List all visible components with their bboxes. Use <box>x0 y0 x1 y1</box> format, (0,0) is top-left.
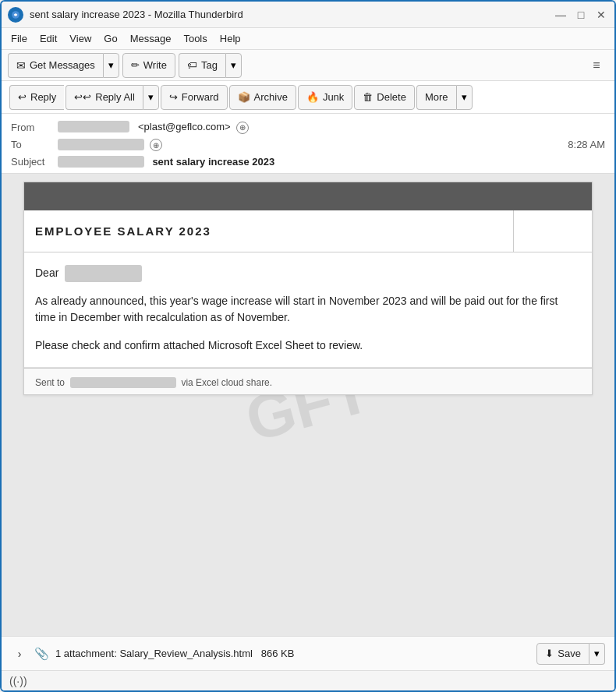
menu-message[interactable]: Message <box>124 30 178 47</box>
attachment-info: 1 attachment: Salary_Review_Analysis.htm… <box>55 648 530 659</box>
to-row: To ████████████ ⊕ 8:28 AM <box>11 136 605 154</box>
save-button[interactable]: ⬇ Save <box>536 643 589 665</box>
tag-dropdown[interactable]: ▾ <box>225 53 242 78</box>
envelope-icon: ✉ <box>16 59 26 72</box>
email-dark-header <box>24 182 592 210</box>
email-content: EMPLOYEE SALARY 2023 Dear ██████████ As … <box>23 182 593 395</box>
get-messages-button[interactable]: ✉ Get Messages <box>8 53 103 78</box>
junk-icon: 🔥 <box>306 91 319 103</box>
tag-button[interactable]: 🏷 Tag <box>179 53 225 78</box>
from-value: ██████████ <plast@geflco.com> ⊕ <box>58 121 605 134</box>
tag-group: 🏷 Tag ▾ <box>179 53 242 78</box>
hamburger-menu[interactable]: ≡ <box>585 54 608 77</box>
subject-text: sent salary increase 2023 <box>152 156 274 168</box>
pencil-icon: ✏ <box>131 59 140 71</box>
to-label: To <box>11 139 58 150</box>
email-time: 8:28 AM <box>568 139 605 150</box>
email-body-text: Dear ██████████ As already announced, th… <box>24 252 592 368</box>
reply-all-dropdown[interactable]: ▾ <box>143 85 159 110</box>
more-button[interactable]: More <box>416 85 456 110</box>
forward-button[interactable]: ↪ Forward <box>161 85 228 110</box>
email-body-container: GFT EMPLOYEE SALARY 2023 Dear ██████████… <box>2 174 614 636</box>
menu-file[interactable]: File <box>5 30 34 47</box>
window-title: sent salary increase 2023 - Mozilla Thun… <box>30 9 554 20</box>
attachment-expand-button[interactable]: › <box>11 645 28 662</box>
close-button[interactable]: ✕ <box>594 8 608 22</box>
sent-to-footer: Sent to ████████████████ via Excel cloud… <box>24 371 592 394</box>
archive-button[interactable]: 📦 Archive <box>229 85 296 110</box>
minimize-button[interactable]: — <box>554 8 568 22</box>
get-messages-dropdown[interactable]: ▾ <box>103 53 119 78</box>
action-bar: ↩ Reply ↩↩ Reply All ▾ ↪ Forward 📦 Archi… <box>2 81 614 114</box>
get-messages-group: ✉ Get Messages ▾ <box>8 53 119 78</box>
window-controls: — □ ✕ <box>554 8 608 22</box>
body-paragraph-1: As already announced, this year's wage i… <box>35 293 581 327</box>
delete-button[interactable]: 🗑 Delete <box>354 85 415 110</box>
menu-help[interactable]: Help <box>214 30 247 47</box>
subject-label: Subject <box>11 156 58 168</box>
status-icon: ((·)) <box>9 675 27 687</box>
more-dropdown[interactable]: ▾ <box>456 85 473 110</box>
from-email: <plast@geflco.com> <box>138 121 231 132</box>
reply-all-icon: ↩↩ <box>74 91 91 103</box>
menu-bar: File Edit View Go Message Tools Help <box>2 28 614 50</box>
save-group: ⬇ Save ▾ <box>536 643 605 665</box>
reply-icon: ↩ <box>18 91 27 103</box>
save-dropdown[interactable]: ▾ <box>589 643 605 665</box>
email-header: From ██████████ <plast@geflco.com> ⊕ To … <box>2 114 614 174</box>
forward-icon: ↪ <box>169 91 178 103</box>
status-bar: ((·)) <box>2 670 614 690</box>
subject-value: ████████████ sent salary increase 2023 <box>58 156 605 168</box>
subject-prefix-blurred: ████████████ <box>58 156 144 168</box>
attachment-bar: › 📎 1 attachment: Salary_Review_Analysis… <box>2 636 614 670</box>
menu-go[interactable]: Go <box>97 30 123 47</box>
from-name-blurred: ██████████ <box>58 121 129 132</box>
from-row: From ██████████ <plast@geflco.com> ⊕ <box>11 118 605 136</box>
junk-button[interactable]: 🔥 Junk <box>298 85 352 110</box>
reply-button[interactable]: ↩ Reply <box>9 85 64 110</box>
menu-tools[interactable]: Tools <box>177 30 213 47</box>
app-window: sent salary increase 2023 - Mozilla Thun… <box>0 0 616 692</box>
to-value: ████████████ ⊕ <box>58 139 568 152</box>
from-label: From <box>11 122 58 133</box>
to-name-blurred: ████████████ <box>58 139 144 150</box>
body-paragraph-2: Please check and confirm attached Micros… <box>35 337 581 355</box>
email-table-header: EMPLOYEE SALARY 2023 <box>24 210 592 252</box>
write-button[interactable]: ✏ Write <box>122 53 175 78</box>
title-bar: sent salary increase 2023 - Mozilla Thun… <box>2 2 614 28</box>
menu-edit[interactable]: Edit <box>34 30 63 47</box>
main-toolbar: ✉ Get Messages ▾ ✏ Write 🏷 Tag ▾ ≡ <box>2 50 614 81</box>
app-icon <box>8 7 23 23</box>
reply-group: ↩ Reply <box>9 85 64 110</box>
paperclip-icon: 📎 <box>34 647 49 661</box>
subject-row: Subject ████████████ sent salary increas… <box>11 154 605 170</box>
contact-icon[interactable]: ⊕ <box>236 122 249 134</box>
sent-to-name-blurred: ████████████████ <box>70 377 176 388</box>
archive-icon: 📦 <box>238 91 250 103</box>
download-icon: ⬇ <box>545 648 554 659</box>
email-table-side <box>514 210 592 252</box>
menu-view[interactable]: View <box>63 30 97 47</box>
trash-icon: 🗑 <box>363 91 373 103</box>
maximize-button[interactable]: □ <box>574 8 588 22</box>
reply-all-button[interactable]: ↩↩ Reply All <box>65 85 143 110</box>
greeting-paragraph: Dear ██████████ <box>35 265 581 282</box>
more-group: More ▾ <box>416 85 473 110</box>
to-contact-icon[interactable]: ⊕ <box>150 139 162 151</box>
email-table-title: EMPLOYEE SALARY 2023 <box>24 210 514 252</box>
recipient-blurred: ██████████ <box>65 265 142 282</box>
tag-icon: 🏷 <box>187 59 197 71</box>
reply-all-group: ↩↩ Reply All ▾ <box>65 85 159 110</box>
